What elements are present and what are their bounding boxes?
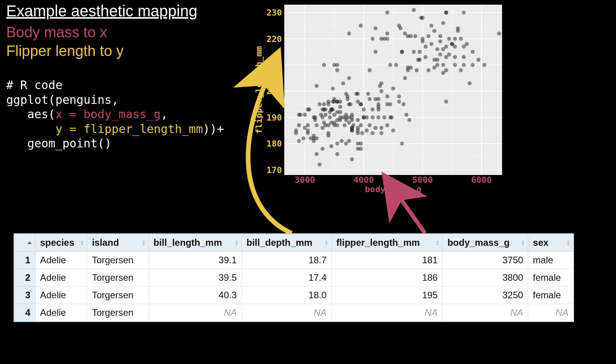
svg-point-78 <box>385 123 389 127</box>
svg-point-167 <box>332 63 336 67</box>
table-cell: NA <box>149 304 242 322</box>
table-header-sex[interactable]: sex▲ ▼ <box>528 234 574 252</box>
svg-point-234 <box>432 29 436 33</box>
svg-point-116 <box>368 97 371 101</box>
svg-point-205 <box>482 63 486 67</box>
code-indent <box>6 122 55 136</box>
svg-point-140 <box>354 92 358 96</box>
svg-point-154 <box>360 131 364 135</box>
table-header-bill_length_mm[interactable]: bill_length_mm▲ ▼ <box>149 234 242 252</box>
svg-point-222 <box>412 8 416 12</box>
svg-point-175 <box>462 55 466 59</box>
svg-point-236 <box>406 34 410 38</box>
svg-point-100 <box>373 126 377 130</box>
svg-point-233 <box>412 50 416 54</box>
table-cell: 195 <box>331 287 443 304</box>
svg-point-245 <box>465 42 469 46</box>
svg-point-84 <box>368 123 371 127</box>
table-cell: 18.7 <box>242 252 331 269</box>
svg-point-88 <box>356 100 360 103</box>
table-cell: 181 <box>331 252 443 269</box>
y-tick-label: 190 <box>266 112 282 122</box>
table-cell: Torgersen <box>87 287 149 304</box>
svg-point-157 <box>326 123 330 127</box>
svg-point-120 <box>376 97 380 101</box>
svg-point-166 <box>347 76 351 80</box>
svg-point-249 <box>447 52 451 56</box>
svg-point-130 <box>378 84 382 88</box>
scatter-chart: flipper_length_mm 170180190200210220230 … <box>253 5 502 194</box>
svg-point-246 <box>420 16 424 19</box>
svg-point-97 <box>315 84 318 88</box>
svg-point-28 <box>376 116 380 119</box>
svg-point-147 <box>322 107 326 111</box>
table-cell: 186 <box>331 269 443 287</box>
table-header-rownum[interactable] <box>14 234 35 252</box>
svg-point-127 <box>352 123 355 127</box>
svg-point-231 <box>406 66 410 70</box>
svg-point-132 <box>366 92 370 96</box>
row-number: 2 <box>14 269 35 287</box>
y-tick-label: 210 <box>266 60 282 70</box>
svg-point-253 <box>468 81 472 85</box>
svg-point-105 <box>359 147 363 150</box>
table-cell: Torgersen <box>87 269 149 287</box>
svg-point-228 <box>413 34 417 38</box>
svg-point-38 <box>338 105 342 109</box>
svg-point-198 <box>368 68 371 72</box>
svg-point-187 <box>471 63 474 67</box>
chart-points <box>284 5 502 175</box>
table-cell: 39.5 <box>149 269 242 287</box>
row-number: 1 <box>14 252 35 269</box>
svg-point-65 <box>329 144 333 148</box>
svg-point-151 <box>328 110 332 114</box>
x-tick-label: 5000 <box>412 175 433 185</box>
svg-point-160 <box>346 97 350 101</box>
svg-point-216 <box>453 37 457 40</box>
chart-x-ticks: 3000400050006000 <box>284 175 502 184</box>
svg-point-22 <box>318 102 322 106</box>
chart-x-axis-label: body_mass_g <box>284 184 502 194</box>
table-cell: Adelie <box>35 287 87 304</box>
table-header-bill_depth_mm[interactable]: bill_depth_mm▲ ▼ <box>242 234 331 252</box>
svg-point-197 <box>427 68 430 72</box>
svg-point-163 <box>376 102 380 106</box>
table-header-body_mass_g[interactable]: body_mass_g▲ ▼ <box>443 234 528 252</box>
svg-point-143 <box>319 113 323 117</box>
svg-point-195 <box>424 55 427 59</box>
svg-point-239 <box>432 58 436 61</box>
svg-point-232 <box>459 37 463 40</box>
svg-point-102 <box>335 68 339 72</box>
svg-point-204 <box>424 45 427 49</box>
svg-point-201 <box>453 63 457 67</box>
svg-point-158 <box>331 86 335 90</box>
svg-point-169 <box>326 100 330 103</box>
svg-point-129 <box>315 152 318 156</box>
svg-point-136 <box>322 63 326 67</box>
page-title: Example aesthetic mapping <box>6 2 197 20</box>
svg-point-188 <box>371 37 374 40</box>
svg-point-63 <box>328 116 332 119</box>
data-table: species▲ ▼island▲ ▼bill_length_mm▲ ▼bill… <box>14 233 574 322</box>
svg-point-80 <box>365 128 369 132</box>
svg-point-242 <box>450 42 454 46</box>
svg-point-177 <box>394 63 398 67</box>
code-aes-x: x = body_mass_g <box>55 107 161 121</box>
table-header-species[interactable]: species▲ ▼ <box>35 234 87 252</box>
table-cell: NA <box>242 304 331 322</box>
svg-point-217 <box>415 68 418 72</box>
row-number: 3 <box>14 287 35 304</box>
svg-point-30 <box>344 142 348 145</box>
code-line: ggplot(penguins, <box>6 93 119 107</box>
svg-point-123 <box>347 121 351 124</box>
table-header-flipper_length_mm[interactable]: flipper_length_mm▲ ▼ <box>331 234 443 252</box>
svg-point-161 <box>303 113 307 117</box>
table-cell: NA <box>443 304 528 322</box>
svg-point-192 <box>462 10 466 14</box>
table-header-island[interactable]: island▲ ▼ <box>87 234 149 252</box>
svg-point-107 <box>335 110 339 114</box>
table-cell: male <box>528 252 574 269</box>
svg-point-214 <box>380 37 383 40</box>
svg-point-244 <box>444 10 448 14</box>
x-tick-label: 6000 <box>471 175 492 185</box>
